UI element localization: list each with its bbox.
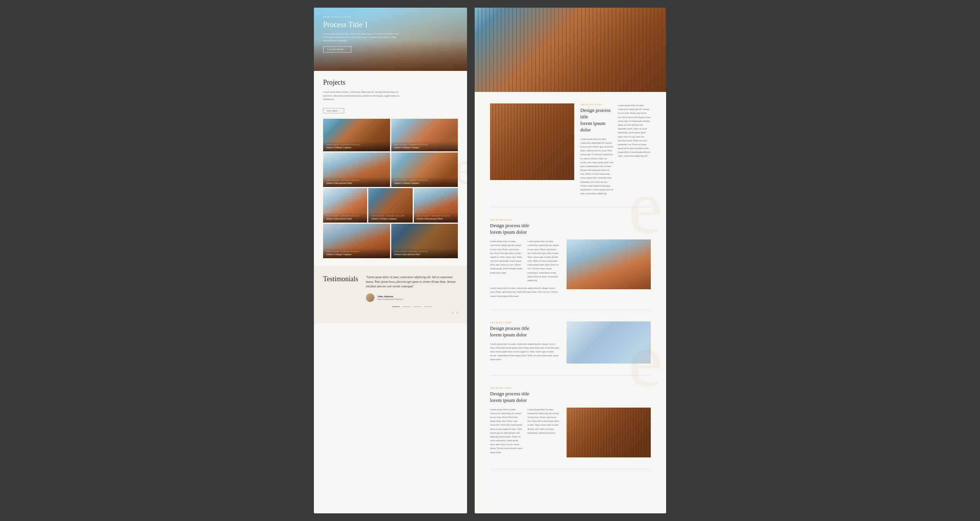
section-3-desc: Lorem ipsum dolor sit amet, consectetur … [490,342,560,362]
projects-section: e Projects Lorem ipsum dolor sit amet, c… [314,71,467,266]
testimonials-section: Testimonials "Lorem ipsum dolor sit amet… [314,266,467,323]
section-1-texts: Architecture Design process titlelorem i… [580,103,651,195]
next-arrow[interactable]: › [457,310,458,314]
project-name-3: Senior Educational Hub [326,182,387,185]
project-item-8[interactable]: Education / Junior College Junior Colleg… [323,224,390,258]
project-overlay-7: Education / Senior College Senior Educat… [414,213,458,223]
left-page: Our Philosophy Process Title 1 Lorem ips… [314,8,467,513]
process-img-1 [490,103,574,180]
project-overlay-2: Education / Junior College Junior Colleg… [391,141,458,151]
section-3-title: Design process titlelorem ipsum dolor [490,325,560,338]
project-category-8: Education / Junior College [326,251,387,252]
hero-button[interactable]: LEARN MORE → [323,46,351,52]
right-hero-image [475,8,666,92]
project-name-2: Junior College Campus [394,146,455,149]
project-item-6[interactable]: Education / Junior College Junior Colleg… [368,188,412,223]
project-item-3[interactable]: Education / Senior College Senior Educat… [323,152,390,187]
project-name-8: Junior College Campus [326,253,387,256]
nav-dot-4 [424,306,432,307]
nav-dot-2 [403,306,410,307]
project-name-4: Junior College Campus [394,182,455,185]
section-2-desc-center: Lorem ipsum dolor sit amet, consectetur … [490,286,560,298]
testimonial-author: John Johnson Head of department Employee [366,293,458,302]
project-overlay-8: Education / Junior College Junior Colleg… [323,248,390,258]
section-3-image [567,321,651,364]
section-2-text-cols: Lorem ipsum dolor sit amet, consectetur … [490,239,560,298]
section-3-texts: Architecture Design process titlelorem i… [490,321,560,364]
section-4-col-1: Lorem ipsum dolor sit amet, consectetur … [490,408,523,457]
testimonial-content: "Lorem ipsum dolor sit amet, consectetur… [366,275,458,314]
section-1-text-left: Architecture Design process titlelorem i… [580,103,613,195]
section-2-col-2: Lorem ipsum dolor sit amet, consectetur … [528,239,560,282]
testimonial-quote: "Lorem ipsum dolor sit amet, consectetur… [366,275,458,289]
project-item-9[interactable]: Education / Senior College Senior Educat… [391,224,458,258]
section-1-text-right: Lorem ipsum dolor sit amet, consectetur … [618,103,651,195]
section-4-text-cols: Lorem ipsum dolor sit amet, consectetur … [490,408,560,457]
author-name: John Johnson [377,295,403,298]
section-3-label: Architecture [490,321,560,324]
project-row-3: Education / Senior College Senior Educat… [323,188,458,223]
project-item-5[interactable]: Education / Senior College Senior Educat… [323,188,367,223]
right-content: Architecture Design process titlelorem i… [475,92,666,469]
project-row-4: Education / Junior College Junior Colleg… [323,224,458,258]
process-img-2 [567,239,651,289]
project-name-6: Junior College Campus [371,217,409,220]
section-4-label: Architecture [490,387,651,389]
section-1-layout: Architecture Design process titlelorem i… [490,103,651,195]
section-2-image [567,239,651,289]
right-page: Architecture Design process titlelorem i… [475,8,666,513]
project-category-2: Education / Junior College [394,144,455,146]
project-name-7: Senior Educational Hub [417,217,455,220]
project-category-3: Education / Senior College [326,179,387,181]
section-4-col-2: Lorem ipsum dolor sit amet, consectetur … [528,408,560,457]
section-2-label: Architecture [490,219,651,221]
author-role: Head of department Employee [377,298,403,300]
project-item-1[interactable]: Education / Junior College Junior Colleg… [323,119,390,151]
section-2-body: Lorem ipsum dolor sit amet, consectetur … [490,239,651,298]
project-grid: Education / Junior College Junior Colleg… [323,119,458,187]
section-2-title: Design process titlelorem ipsum dolor [490,223,651,236]
section-4-desc-left: Lorem ipsum dolor sit amet, consectetur … [490,408,523,454]
hero-description: Lorem ipsum dolor sit amet, consectetur … [323,32,400,43]
section-2-two-cols: Lorem ipsum dolor sit amet, consectetur … [490,239,560,282]
section-2-desc-right: Lorem ipsum dolor sit amet, consectetur … [528,239,560,282]
section-3-body: Architecture Design process titlelorem i… [490,321,651,364]
project-overlay-6: Education / Junior College Junior Colleg… [368,213,412,223]
project-category-4: Education / Junior College [394,179,455,181]
project-name-1: Junior College Campus [326,146,387,149]
section-4-desc-right: Lorem ipsum dolor sit amet, consectetur … [528,408,560,435]
section-4-title: Design process titlelorem ipsum dolor [490,391,651,404]
section-1-label: Architecture [580,103,613,106]
section-2-desc-left: Lorem ipsum dolor sit amet, consectetur … [490,239,523,275]
project-item-2[interactable]: Education / Junior College Junior Colleg… [391,119,458,151]
section-1-image [490,103,574,180]
project-name-5: Senior Educational Hub [326,217,364,220]
section-2-bottom-text: Lorem ipsum dolor sit amet, consectetur … [490,286,560,298]
section-1-desc-right: Lorem ipsum dolor sit amet, consectetur … [618,103,651,158]
project-category-1: Education / Junior College [326,144,387,146]
project-category-6: Education / Junior College [371,215,409,217]
project-category-9: Education / Senior College [394,251,455,252]
project-name-9: Senior Educational Hub [394,253,455,256]
prev-arrow[interactable]: ‹ [452,310,453,314]
project-overlay-1: Education / Junior College Junior Colleg… [323,141,390,151]
view-more-button[interactable]: View more → [323,108,344,113]
project-item-7[interactable]: Education / Senior College Senior Educat… [414,188,458,223]
project-overlay-4: Education / Junior College Junior Colleg… [391,177,458,187]
process-img-4 [567,408,651,457]
process-img-3 [567,321,651,364]
section-2-col-1: Lorem ipsum dolor sit amet, consectetur … [490,239,523,282]
design-process-2: Architecture Design process titlelorem i… [490,207,651,310]
project-overlay-5: Education / Senior College Senior Educat… [323,213,367,223]
projects-description: Lorem ipsum dolor sit amet, consectetur … [323,90,400,102]
projects-title: Projects [323,79,458,87]
section-1-desc-left: Lorem ipsum dolor sit amet, consectetur … [580,137,613,196]
section-4-image [567,408,651,457]
hero-section: Our Philosophy Process Title 1 Lorem ips… [314,8,467,71]
project-item-4[interactable]: Education / Junior College Junior Colleg… [391,152,458,187]
design-process-4: Architecture Design process titlelorem i… [490,375,651,469]
hero-subtitle: Our Philosophy [323,15,400,18]
section-1-title: Design process titlelorem ipsum dolor [580,107,613,133]
section-4-body: Lorem ipsum dolor sit amet, consectetur … [490,408,651,457]
testimonials-title: Testimonials [323,275,358,314]
